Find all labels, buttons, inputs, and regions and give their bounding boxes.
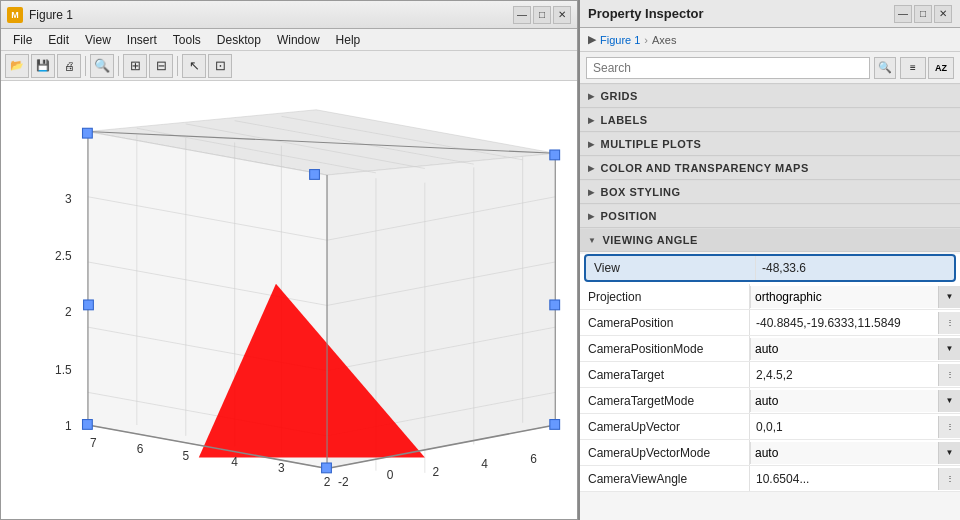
camera-target-mode-dropdown[interactable]: auto [750, 390, 960, 412]
prop-row-projection: Projection orthographic ▼ [580, 284, 960, 310]
az-sort-button[interactable]: AZ [928, 57, 954, 79]
section-multiple-plots[interactable]: ▶ MULTIPLE PLOTS [580, 132, 960, 156]
labels-label: LABELS [601, 114, 648, 126]
search-input[interactable] [586, 57, 870, 79]
save-button[interactable]: 💾 [31, 54, 55, 78]
degrid-button[interactable]: ⊟ [149, 54, 173, 78]
camera-target-options[interactable]: ⋮ [938, 364, 960, 386]
camera-up-vector-value[interactable]: ⋮ [750, 416, 960, 438]
svg-text:3: 3 [65, 192, 72, 206]
camera-position-options[interactable]: ⋮ [938, 312, 960, 334]
svg-text:1: 1 [65, 419, 72, 433]
camera-position-mode-dropdown[interactable]: auto [750, 338, 960, 360]
title-bar-left: M Figure 1 [7, 7, 73, 23]
svg-text:7: 7 [90, 436, 97, 450]
camera-view-angle-options[interactable]: ⋮ [938, 468, 960, 490]
svg-text:1.5: 1.5 [55, 363, 72, 377]
prop-row-camera-up-vector: CameraUpVector ⋮ [580, 414, 960, 440]
view-input[interactable] [762, 261, 948, 275]
prop-row-camera-up-vector-mode: CameraUpVectorMode auto ▼ [580, 440, 960, 466]
view-value[interactable] [756, 261, 954, 275]
multiplots-label: MULTIPLE PLOTS [601, 138, 702, 150]
multiplots-arrow: ▶ [588, 140, 595, 149]
menu-tools[interactable]: Tools [165, 31, 209, 48]
svg-rect-52 [322, 463, 332, 473]
camera-position-mode-wrapper: auto ▼ [750, 338, 960, 360]
camera-target-input[interactable] [756, 368, 938, 382]
menu-window[interactable]: Window [269, 31, 328, 48]
svg-rect-53 [550, 300, 560, 310]
pi-title-controls: — □ ✕ [894, 5, 952, 23]
inspect-button[interactable]: 🔍 [90, 54, 114, 78]
camera-target-label: CameraTarget [580, 362, 750, 387]
figure-title-bar: M Figure 1 — □ ✕ [1, 1, 577, 29]
camera-view-angle-value[interactable]: ⋮ [750, 468, 960, 490]
camera-position-value[interactable]: ⋮ [750, 312, 960, 334]
menu-edit[interactable]: Edit [40, 31, 77, 48]
position-label: POSITION [601, 210, 658, 222]
projection-label: Projection [580, 284, 750, 309]
print-button[interactable]: 🖨 [57, 54, 81, 78]
pan-button[interactable]: ⊡ [208, 54, 232, 78]
menu-insert[interactable]: Insert [119, 31, 165, 48]
camera-position-input[interactable] [756, 316, 938, 330]
grid-button[interactable]: ⊞ [123, 54, 147, 78]
projection-value[interactable]: orthographic ▼ [750, 286, 960, 308]
camera-up-vector-options[interactable]: ⋮ [938, 416, 960, 438]
camera-position-mode-value[interactable]: auto ▼ [750, 338, 960, 360]
pi-title: Property Inspector [588, 6, 704, 21]
projection-dropdown-wrapper: orthographic ▼ [750, 286, 960, 308]
breadcrumb-axes: Axes [652, 34, 676, 46]
cursor-button[interactable]: ↖ [182, 54, 206, 78]
menu-desktop[interactable]: Desktop [209, 31, 269, 48]
camera-up-vector-mode-value[interactable]: auto ▼ [750, 442, 960, 464]
camera-position-mode-label: CameraPositionMode [580, 336, 750, 361]
maximize-button[interactable]: □ [533, 6, 551, 24]
svg-rect-50 [550, 420, 560, 430]
menu-view[interactable]: View [77, 31, 119, 48]
pi-close-button[interactable]: ✕ [934, 5, 952, 23]
prop-row-camera-position-mode: CameraPositionMode auto ▼ [580, 336, 960, 362]
pi-minimize-button[interactable]: — [894, 5, 912, 23]
menu-file[interactable]: File [5, 31, 40, 48]
breadcrumb-figure[interactable]: Figure 1 [600, 34, 640, 46]
svg-text:6: 6 [530, 452, 537, 466]
svg-rect-49 [550, 150, 560, 160]
sort-button[interactable]: ≡ [900, 57, 926, 79]
color-label: COLOR AND TRANSPARENCY MAPS [601, 162, 809, 174]
close-button[interactable]: ✕ [553, 6, 571, 24]
section-box-styling[interactable]: ▶ BOX STYLING [580, 180, 960, 204]
camera-target-mode-wrapper: auto ▼ [750, 390, 960, 412]
camera-target-mode-value[interactable]: auto ▼ [750, 390, 960, 412]
svg-text:2.5: 2.5 [55, 249, 72, 263]
svg-text:6: 6 [137, 442, 144, 456]
section-color-transparency[interactable]: ▶ COLOR AND TRANSPARENCY MAPS [580, 156, 960, 180]
section-position[interactable]: ▶ POSITION [580, 204, 960, 228]
projection-dropdown[interactable]: orthographic [750, 286, 960, 308]
figure-icon: M [7, 7, 23, 23]
camera-position-label: CameraPosition [580, 310, 750, 335]
toolbar-separator-1 [85, 56, 86, 76]
menu-help[interactable]: Help [328, 31, 369, 48]
section-viewing-angle[interactable]: ▼ VIEWING ANGLE [580, 228, 960, 252]
grids-label: GRIDS [601, 90, 638, 102]
labels-arrow: ▶ [588, 116, 595, 125]
breadcrumb-separator: › [644, 34, 648, 46]
svg-text:2: 2 [432, 465, 439, 479]
camera-up-vector-mode-label: CameraUpVectorMode [580, 440, 750, 465]
pi-search-icons: ≡ AZ [900, 57, 954, 79]
plot-area[interactable]: 1 1.5 2 2.5 3 7 6 5 4 3 2 -2 0 2 4 6 [1, 81, 577, 519]
camera-view-angle-input[interactable] [756, 472, 938, 486]
search-button[interactable]: 🔍 [874, 57, 896, 79]
svg-text:4: 4 [481, 457, 488, 471]
section-labels[interactable]: ▶ LABELS [580, 108, 960, 132]
minimize-button[interactable]: — [513, 6, 531, 24]
svg-text:2: 2 [65, 305, 72, 319]
svg-rect-51 [84, 300, 94, 310]
camera-up-vector-input[interactable] [756, 420, 938, 434]
pi-maximize-button[interactable]: □ [914, 5, 932, 23]
camera-target-value[interactable]: ⋮ [750, 364, 960, 386]
camera-up-vector-mode-dropdown[interactable]: auto [750, 442, 960, 464]
section-grids[interactable]: ▶ GRIDS [580, 84, 960, 108]
open-button[interactable]: 📂 [5, 54, 29, 78]
